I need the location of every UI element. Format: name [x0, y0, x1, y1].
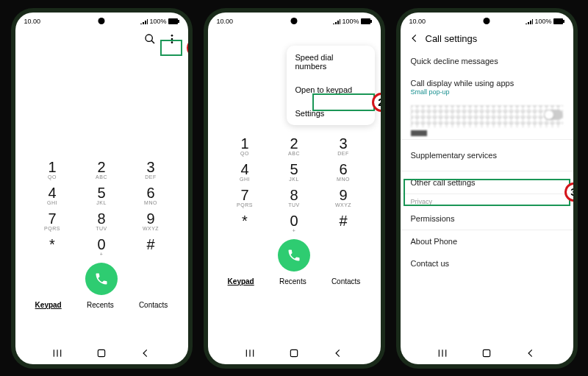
call-button[interactable]: [85, 263, 118, 295]
battery-icon: [553, 18, 564, 24]
key-4[interactable]: 4GHI: [224, 162, 266, 182]
menu-open-keypad[interactable]: Open to keypad: [287, 78, 375, 102]
nav-home-icon[interactable]: [289, 348, 299, 358]
keypad: 1QO 2ABC 3DEF 4GHI 5JKL 6MNO 7PQRS 8TUV …: [15, 152, 188, 257]
svg-point-2: [146, 35, 152, 41]
phone-frame-2: 10.00 100% Speed dial numbers Open to ke…: [204, 8, 385, 369]
key-5[interactable]: 5JKL: [273, 162, 315, 182]
settings-header: Call settings: [401, 27, 573, 50]
phone-icon: [287, 248, 301, 263]
setting-permissions[interactable]: Permissions: [401, 207, 573, 230]
phone-frame-1: 10.00 100% 1QO 2ABC 3DEF 4GHI 5JKL 6MNO …: [11, 8, 193, 369]
key-5[interactable]: 5JKL: [81, 185, 123, 205]
back-icon[interactable]: [409, 33, 420, 43]
battery-text: 100%: [149, 18, 166, 25]
key-0[interactable]: 0+: [81, 237, 123, 257]
svg-point-5: [171, 38, 173, 40]
key-6[interactable]: 6MNO: [130, 185, 172, 205]
tab-recents[interactable]: Recents: [87, 301, 114, 309]
dialer-menu-screen: 10.00 100% Speed dial numbers Open to ke…: [208, 13, 381, 364]
nav-bar: [401, 344, 573, 364]
nav-recents-icon[interactable]: [52, 348, 62, 358]
key-6[interactable]: 6MNO: [323, 162, 365, 182]
svg-rect-0: [168, 18, 178, 24]
setting-quick-decline[interactable]: Quick decline messages: [401, 50, 573, 72]
phone-frame-3: 10.00 100% Call settings Quick decline m…: [396, 8, 578, 369]
more-options-icon[interactable]: [166, 33, 178, 45]
toggle-switch[interactable]: [544, 110, 563, 120]
svg-point-4: [171, 35, 173, 37]
tab-contacts[interactable]: Contacts: [331, 277, 360, 285]
tab-contacts[interactable]: Contacts: [139, 301, 168, 309]
page-title: Call settings: [426, 33, 478, 44]
key-8[interactable]: 8TUV: [81, 211, 123, 231]
menu-settings[interactable]: Settings: [287, 102, 375, 125]
svg-rect-17: [553, 18, 563, 24]
svg-rect-11: [361, 18, 370, 24]
signal-icon: [140, 18, 148, 24]
call-button[interactable]: [278, 239, 310, 272]
redacted-setting: [411, 105, 563, 127]
nav-home-icon[interactable]: [96, 348, 107, 358]
call-settings-screen: 10.00 100% Call settings Quick decline m…: [401, 13, 573, 364]
key-9[interactable]: 9WXYZ: [323, 188, 365, 207]
setting-supplementary[interactable]: Supplementary services: [401, 140, 573, 171]
signal-icon: [526, 18, 533, 24]
key-4[interactable]: 4GHI: [32, 185, 74, 205]
tab-keypad[interactable]: Keypad: [35, 301, 62, 309]
nav-back-icon[interactable]: [140, 348, 151, 358]
key-7[interactable]: 7PQRS: [32, 211, 74, 231]
svg-rect-10: [98, 350, 104, 356]
battery-text: 100%: [534, 18, 551, 25]
key-7[interactable]: 7PQRS: [224, 188, 266, 207]
phone-icon: [94, 272, 109, 286]
svg-rect-1: [178, 20, 179, 23]
key-star[interactable]: *: [32, 237, 74, 257]
dialer-tabs: Keypad Recents Contacts: [208, 274, 381, 287]
tab-recents[interactable]: Recents: [279, 277, 306, 285]
nav-bar: [208, 344, 381, 364]
status-bar: 10.00 100%: [208, 13, 381, 27]
battery-text: 100%: [342, 18, 359, 25]
status-time: 10.00: [409, 18, 426, 25]
dialer-tabs: Keypad Recents Contacts: [15, 298, 188, 311]
key-1[interactable]: 1QO: [32, 160, 74, 180]
key-1[interactable]: 1QO: [224, 136, 266, 156]
menu-speed-dial[interactable]: Speed dial numbers: [287, 46, 375, 78]
redacted-text: [411, 130, 427, 136]
status-icons: 100%: [333, 18, 371, 25]
key-8[interactable]: 8TUV: [273, 188, 315, 207]
nav-recents-icon[interactable]: [245, 348, 255, 358]
svg-rect-22: [483, 350, 490, 356]
nav-back-icon[interactable]: [333, 348, 343, 358]
svg-rect-18: [563, 20, 564, 23]
key-2[interactable]: 2ABC: [81, 160, 123, 180]
setting-contact[interactable]: Contact us: [401, 252, 573, 274]
key-hash[interactable]: #: [130, 237, 172, 257]
setting-call-display[interactable]: Call display while using apps Small pop-…: [401, 72, 573, 102]
setting-other[interactable]: Other call settings: [401, 171, 573, 194]
status-icons: 100%: [140, 18, 179, 25]
key-3[interactable]: 3DEF: [323, 136, 365, 156]
setting-about[interactable]: About Phone: [401, 230, 573, 252]
tab-keypad[interactable]: Keypad: [228, 277, 254, 285]
svg-point-6: [171, 41, 173, 43]
status-time: 10.00: [24, 18, 41, 25]
nav-back-icon[interactable]: [526, 348, 536, 358]
section-privacy: Privacy: [401, 194, 573, 207]
setting-call-display-sub: Small pop-up: [411, 88, 563, 96]
keypad: 1QO 2ABC 3DEF 4GHI 5JKL 6MNO 7PQRS 8TUV …: [208, 129, 381, 233]
key-3[interactable]: 3DEF: [130, 160, 172, 180]
dialer-screen: 10.00 100% 1QO 2ABC 3DEF 4GHI 5JKL 6MNO …: [15, 13, 188, 364]
nav-home-icon[interactable]: [481, 348, 492, 358]
svg-line-3: [151, 40, 154, 43]
key-0[interactable]: 0+: [273, 213, 315, 233]
key-hash[interactable]: #: [323, 213, 365, 233]
key-star[interactable]: *: [224, 213, 266, 233]
key-9[interactable]: 9WXYZ: [130, 211, 172, 231]
svg-rect-16: [290, 350, 297, 356]
status-bar: 10.00 100%: [15, 13, 188, 27]
search-icon[interactable]: [144, 33, 156, 45]
nav-recents-icon[interactable]: [437, 348, 448, 358]
key-2[interactable]: 2ABC: [273, 136, 315, 156]
